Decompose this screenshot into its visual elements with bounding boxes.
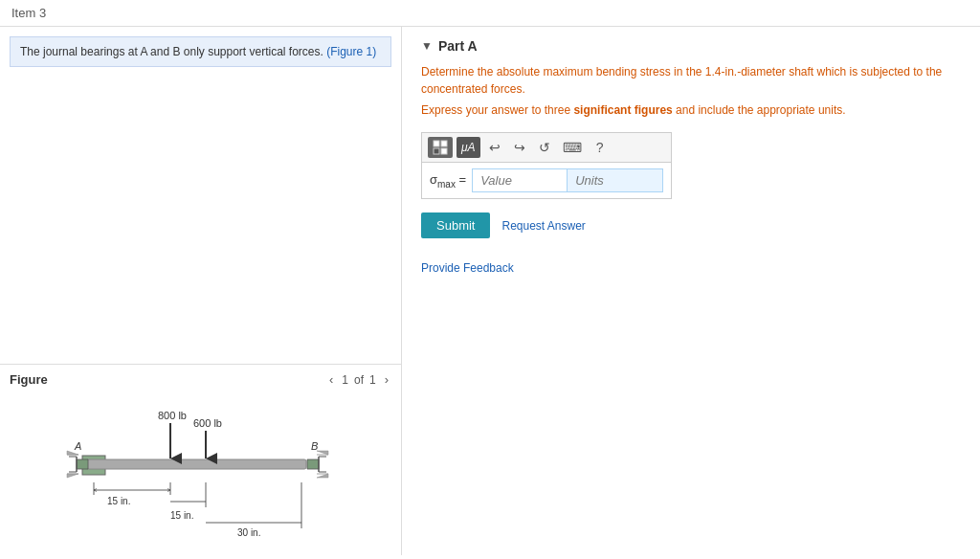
figure-link[interactable]: (Figure 1)	[326, 45, 376, 58]
part-header: ▼ Part A	[421, 38, 961, 54]
matrix-icon	[433, 140, 448, 155]
sigma-sub: max	[437, 178, 456, 189]
mu-icon: μA	[461, 141, 476, 154]
matrix-button[interactable]	[428, 137, 453, 158]
figure-nav: ‹ 1 of 1 ›	[326, 372, 391, 387]
svg-marker-17	[317, 474, 328, 478]
svg-rect-30	[441, 148, 447, 154]
top-bar: Item 3	[0, 0, 980, 27]
equals-sign: =	[459, 172, 467, 187]
answer-box: μA ↩ ↪ ↺ ⌨ ?	[421, 132, 672, 199]
instructions-bold: Express your answer to three significant…	[421, 103, 846, 117]
figure-page-current: 1	[342, 373, 348, 387]
shaft-diagram: 800 lb 600 lb A B 15 in. 1	[29, 394, 373, 548]
redo-button[interactable]: ↪	[509, 137, 530, 158]
submit-button[interactable]: Submit	[421, 212, 490, 238]
svg-marker-2	[77, 459, 88, 469]
figure-section: Figure ‹ 1 of 1 ›	[0, 364, 401, 555]
figure-of-text: of	[354, 373, 364, 387]
problem-text: The journal bearings at A and B only sup…	[20, 45, 323, 58]
dim1-label: 15 in.	[107, 496, 130, 506]
figure-title: Figure	[10, 372, 48, 387]
instructions-line2: Express your answer to three significant…	[421, 101, 961, 119]
request-answer-link[interactable]: Request Answer	[501, 219, 585, 233]
refresh-button[interactable]: ↺	[534, 137, 555, 158]
action-row: Submit Request Answer	[421, 212, 961, 238]
instructions-highlight: Determine the absolute maximum bending s…	[421, 65, 942, 96]
figure-image: 800 lb 600 lb A B 15 in. 1	[29, 394, 373, 548]
feedback-link[interactable]: Provide Feedback	[421, 261, 961, 275]
mu-button[interactable]: μA	[457, 137, 480, 158]
item-label: Item 3	[11, 6, 46, 20]
refresh-icon: ↺	[539, 140, 550, 155]
keyboard-button[interactable]: ⌨	[559, 137, 586, 158]
sigma-label: σmax =	[430, 172, 466, 190]
figure-prev-button[interactable]: ‹	[326, 372, 336, 387]
right-panel: ▼ Part A Determine the absolute maximum …	[402, 27, 980, 555]
part-title: Part A	[438, 38, 478, 54]
answer-inputs: σmax =	[422, 163, 671, 198]
figure-next-button[interactable]: ›	[382, 372, 391, 387]
left-panel: The journal bearings at A and B only sup…	[0, 27, 402, 555]
svg-marker-16	[317, 451, 328, 455]
label-A: A	[74, 440, 81, 452]
figure-page-total: 1	[369, 373, 376, 387]
svg-rect-29	[434, 148, 439, 154]
undo-button[interactable]: ↩	[484, 137, 505, 158]
help-icon: ?	[596, 140, 604, 155]
answer-toolbar: μA ↩ ↪ ↺ ⌨ ?	[422, 133, 671, 163]
problem-statement: The journal bearings at A and B only sup…	[10, 36, 391, 67]
svg-marker-9	[67, 474, 78, 478]
units-input[interactable]	[568, 168, 663, 192]
force2-label: 600 lb	[193, 417, 222, 429]
help-button[interactable]: ?	[590, 137, 611, 158]
part-toggle-icon[interactable]: ▼	[421, 39, 433, 53]
svg-rect-28	[441, 141, 447, 146]
undo-icon: ↩	[489, 140, 501, 155]
main-layout: The journal bearings at A and B only sup…	[0, 27, 980, 555]
redo-icon: ↪	[514, 140, 525, 155]
support-B	[307, 451, 328, 478]
svg-marker-10	[307, 459, 319, 469]
label-B: B	[311, 440, 318, 452]
dim2-label: 15 in.	[170, 510, 193, 521]
keyboard-icon: ⌨	[563, 140, 582, 155]
figure-header: Figure ‹ 1 of 1 ›	[10, 372, 391, 387]
value-input[interactable]	[472, 168, 568, 192]
instructions-line1: Determine the absolute maximum bending s…	[421, 63, 961, 98]
svg-rect-1	[86, 459, 306, 469]
dim3-label: 30 in.	[237, 527, 260, 538]
force1-label: 800 lb	[158, 410, 187, 421]
svg-rect-27	[434, 141, 439, 146]
